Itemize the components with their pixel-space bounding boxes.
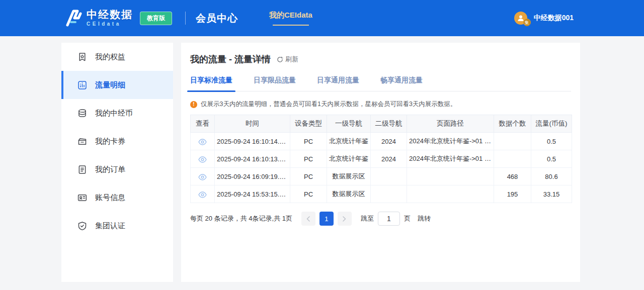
cell-time: 2025-09-24 16:10:14.283 [215, 133, 290, 150]
cell-nav2 [371, 168, 407, 185]
warning-icon: ! [190, 101, 197, 108]
cell-device: PC [290, 168, 327, 185]
jump-to-label: 跳至 [361, 214, 374, 223]
tab-daily-general[interactable]: 日享通用流量 [317, 76, 359, 91]
ceidata-logo-icon [62, 7, 85, 29]
cell-time: 2025-09-24 15:53:15.424 [215, 185, 290, 203]
cell-nav2: 2024 [371, 150, 407, 168]
sidebar-item-group-cert[interactable]: 集团认证 [61, 212, 173, 240]
sidebar: 我的权益 流量明细 我的中经币 我 [61, 43, 173, 282]
col-header-device: 设备类型 [290, 115, 327, 133]
refresh-icon [277, 56, 283, 63]
notice-text: 仅展示3天内的流量明细，普通会员可回看1天内展示数据，星标会员可回看3天内展示数… [201, 100, 456, 109]
shield-check-icon [77, 221, 88, 231]
jump-page-input[interactable] [378, 212, 400, 226]
sidebar-item-label: 集团认证 [95, 221, 125, 231]
col-header-time: 时间 [215, 115, 290, 133]
sidebar-item-traffic-detail[interactable]: 流量明细 [61, 71, 173, 99]
tab-daily-limited[interactable]: 日享限品流量 [254, 76, 296, 91]
sidebar-item-benefits[interactable]: 我的权益 [61, 43, 173, 71]
sidebar-item-label: 流量明细 [95, 80, 125, 90]
col-header-view: 查看 [191, 115, 215, 133]
cell-path: 2024年北京统计年鉴->01 综合->… [407, 133, 494, 150]
cell-count [494, 150, 531, 168]
cell-count: 195 [494, 185, 531, 203]
traffic-tabs: 日享标准流量 日享限品流量 日享通用流量 畅享通用流量 [190, 76, 571, 91]
sidebar-item-label: 账号信息 [95, 193, 125, 203]
cell-path [407, 168, 494, 185]
username: 中经数据001 [534, 14, 574, 23]
view-eye-icon[interactable] [198, 139, 207, 145]
view-eye-icon[interactable] [198, 191, 207, 198]
table-row: 2025-09-24 16:10:13.377 PC 北京统计年鉴 2024 2… [191, 150, 572, 168]
header-divider [185, 12, 186, 25]
cell-traffic: 33.15 [531, 185, 572, 203]
table-header-row: 查看 时间 设备类型 一级导航 二级导航 页面路径 数据个数 流量(币值) [191, 115, 572, 133]
tab-enjoy-general[interactable]: 畅享通用流量 [380, 76, 423, 91]
jump-go-button[interactable]: 跳转 [418, 214, 431, 223]
user-avatar: 集 [514, 12, 527, 25]
group-badge: 集 [523, 19, 531, 26]
cell-traffic: 80.6 [531, 168, 572, 185]
traffic-table: 查看 时间 设备类型 一级导航 二级导航 页面路径 数据个数 流量(币值) 20… [190, 115, 572, 203]
page-summary: 每页 20 条记录，共 4条记录,共 1页 [190, 214, 292, 223]
cell-device: PC [290, 133, 327, 150]
cell-time: 2025-09-24 16:09:19.243 [215, 168, 290, 185]
nav-link-underline [273, 25, 309, 26]
sidebar-item-orders[interactable]: 我的订单 [61, 155, 173, 183]
page-title: 我的流量 - 流量详情 [190, 53, 271, 65]
page-unit-label: 页 [404, 214, 411, 223]
id-card-icon [77, 192, 88, 203]
col-header-nav2: 二级导航 [371, 115, 407, 133]
view-eye-icon[interactable] [198, 174, 207, 180]
order-doc-icon [77, 164, 88, 175]
logo-title: 中经数据 [87, 9, 133, 20]
sidebar-item-coins[interactable]: 我的中经币 [61, 99, 173, 127]
sidebar-item-label: 我的权益 [95, 52, 125, 62]
col-header-nav1: 一级导航 [327, 115, 371, 133]
cell-device: PC [290, 150, 327, 168]
notice-banner: ! 仅展示3天内的流量明细，普通会员可回看1天内展示数据，星标会员可回看3天内展… [190, 100, 571, 109]
badge-star-icon [77, 52, 88, 62]
cell-device: PC [290, 185, 327, 203]
cell-traffic: 0.5 [531, 150, 572, 168]
cell-path [407, 185, 494, 203]
tab-daily-standard[interactable]: 日享标准流量 [190, 76, 232, 91]
col-header-count: 数据个数 [494, 115, 531, 133]
cell-nav1: 数据展示区 [327, 168, 371, 185]
refresh-button[interactable]: 刷新 [277, 55, 298, 64]
chevron-left-icon [306, 216, 310, 222]
sidebar-item-label: 我的卡券 [95, 137, 125, 146]
pagination: 每页 20 条记录，共 4条记录,共 1页 1 跳至 页 跳转 [190, 212, 571, 226]
coupon-icon [77, 136, 88, 147]
col-header-traffic: 流量(币值) [531, 115, 572, 133]
sidebar-item-account[interactable]: 账号信息 [61, 183, 173, 212]
col-header-path: 页面路径 [407, 115, 494, 133]
table-row: 2025-09-24 15:53:15.424 PC 数据展示区 195 33.… [191, 185, 572, 203]
cell-count [494, 133, 531, 150]
prev-page-button[interactable] [301, 212, 315, 226]
chevron-right-icon [342, 216, 347, 222]
sidebar-item-coupons[interactable]: 我的卡券 [61, 127, 173, 155]
cell-nav1: 数据展示区 [327, 185, 371, 203]
table-row: 2025-09-24 16:09:19.243 PC 数据展示区 468 80.… [191, 168, 572, 185]
main-panel: 我的流量 - 流量详情 刷新 日享标准流量 日享限品流量 日享通用流量 畅享通用… [181, 43, 580, 282]
cell-nav1: 北京统计年鉴 [327, 133, 371, 150]
sidebar-item-label: 我的订单 [95, 165, 125, 174]
cell-nav2 [371, 185, 407, 203]
cell-traffic: 0.5 [531, 133, 572, 150]
logo[interactable]: 中经数据 CEIdata [62, 7, 133, 29]
cell-time: 2025-09-24 16:10:13.377 [215, 150, 290, 168]
coins-icon [77, 108, 88, 119]
member-center-title: 会员中心 [196, 12, 238, 25]
cell-nav2: 2024 [371, 133, 407, 150]
user-menu[interactable]: 集 中经数据001 [514, 0, 574, 36]
view-eye-icon[interactable] [198, 156, 207, 163]
my-ceidata-link[interactable]: 我的CEIdata [269, 11, 312, 26]
next-page-button[interactable] [338, 212, 352, 226]
cell-path: 2024年北京统计年鉴->01 综合->… [407, 150, 494, 168]
table-row: 2025-09-24 16:10:14.283 PC 北京统计年鉴 2024 2… [191, 133, 572, 150]
cell-nav1: 北京统计年鉴 [327, 150, 371, 168]
sidebar-item-label: 我的中经币 [95, 109, 133, 118]
current-page-button[interactable]: 1 [319, 212, 334, 226]
